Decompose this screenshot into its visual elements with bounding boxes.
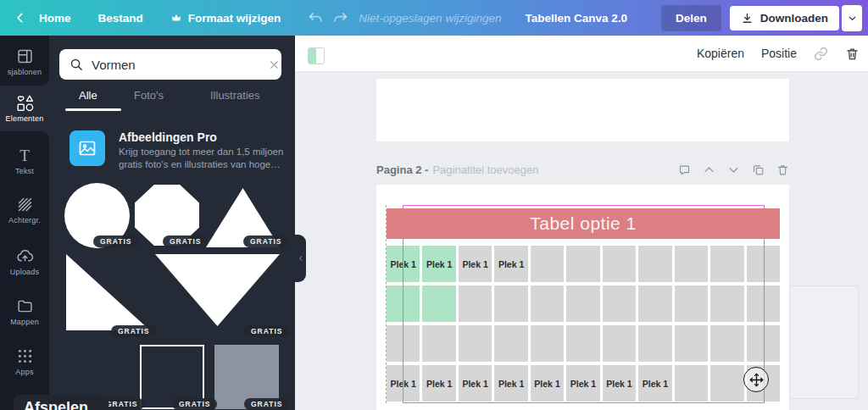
uploads-icon (16, 247, 34, 265)
table-cell[interactable] (638, 285, 671, 322)
table-cell[interactable]: Plek 1 (494, 365, 527, 402)
position-button[interactable]: Positie (761, 47, 797, 60)
table-cell[interactable]: Plek 1 (422, 365, 455, 402)
table-cell[interactable] (603, 325, 636, 362)
table-cell[interactable] (422, 325, 455, 362)
table-cell[interactable] (710, 285, 743, 322)
table-cell[interactable] (710, 246, 743, 282)
gratis-badge: GRATIS (244, 325, 289, 337)
table-cell[interactable]: Plek 1 (566, 365, 599, 402)
table-cell[interactable]: Plek 1 (387, 365, 420, 402)
table-cell[interactable] (459, 285, 492, 322)
copy-style-button[interactable]: Kopiëren (697, 47, 744, 60)
table-cell[interactable] (747, 325, 780, 362)
search-input[interactable] (92, 58, 260, 72)
tab-alle[interactable]: Alle (79, 89, 97, 102)
sidebar-item-sjablonen[interactable]: sjablonen (0, 47, 49, 88)
table-cell[interactable] (387, 325, 420, 362)
table-cell[interactable] (710, 325, 743, 362)
move-page-down-icon[interactable] (727, 163, 740, 176)
sidebar-item-tekst[interactable]: T Tekst (0, 147, 49, 187)
table-cell[interactable]: Plek 1 (422, 246, 455, 282)
table-element[interactable]: Tabel optie 1 Plek 1Plek 1Plek 1Plek 1Pl… (387, 208, 780, 402)
search-icon (70, 58, 84, 72)
table-cell[interactable]: Plek 1 (531, 365, 564, 402)
shape-triangle-down[interactable] (155, 254, 280, 326)
table-grid: Plek 1Plek 1Plek 1Plek 1Plek 1Plek 1Plek… (387, 246, 780, 402)
table-cell[interactable]: Plek 1 (459, 365, 492, 402)
move-page-up-icon[interactable] (703, 163, 715, 176)
sidebar-item-uploads[interactable]: Uploads (0, 247, 49, 288)
table-cell[interactable]: Plek 1 (494, 246, 527, 282)
home-button[interactable]: Home (39, 12, 71, 25)
canvas-workspace[interactable]: Pagina 2 - Paginatitel toevoegen Tabel o… (295, 72, 868, 410)
table-cell[interactable]: Plek 1 (387, 246, 420, 282)
table-cell[interactable] (638, 246, 671, 282)
gratis-badge: GRATIS (243, 235, 288, 247)
table-cell[interactable]: Plek 1 (638, 365, 671, 402)
link-icon[interactable] (814, 47, 828, 61)
table-cell[interactable] (638, 325, 671, 362)
templates-icon (16, 47, 34, 65)
table-cell[interactable] (603, 285, 636, 322)
table-cell[interactable] (710, 365, 743, 402)
formaat-wijzigen-button[interactable]: Formaat wijzigen (170, 12, 281, 25)
table-cell[interactable] (531, 285, 564, 322)
bestand-menu[interactable]: Bestand (98, 12, 143, 25)
table-cell[interactable] (531, 246, 564, 282)
delete-icon[interactable] (845, 47, 860, 61)
download-icon (741, 12, 754, 25)
table-cell[interactable] (494, 325, 527, 362)
tab-illustraties[interactable]: Illustraties (210, 89, 260, 102)
table-cell[interactable] (566, 285, 599, 322)
unsaved-status: Niet-opgeslagen wijzigingen (359, 12, 501, 25)
sidebar-item-apps[interactable]: Apps (0, 347, 49, 388)
document-title[interactable]: Tabellen Canva 2.0 (525, 12, 627, 25)
page-2[interactable]: Tabel optie 1 Plek 1Plek 1Plek 1Plek 1Pl… (376, 185, 789, 410)
redo-icon[interactable] (332, 10, 348, 26)
delete-page-icon[interactable] (776, 163, 789, 176)
sidebar-item-mappen[interactable]: Mappen (0, 297, 49, 338)
table-cell[interactable] (531, 325, 564, 362)
table-cell[interactable]: Plek 1 (459, 246, 492, 282)
text-icon: T (19, 147, 30, 164)
sidebar-item-elementen[interactable]: Elementen (0, 94, 49, 135)
table-title-cell[interactable]: Tabel optie 1 (387, 208, 780, 239)
page-title-placeholder[interactable]: Paginatitel toevoegen (432, 163, 538, 176)
table-cell[interactable] (566, 246, 599, 282)
table-cell[interactable] (422, 285, 455, 322)
share-button[interactable]: Delen (661, 5, 721, 31)
table-cell[interactable] (675, 285, 708, 322)
table-cell[interactable]: Plek 1 (603, 365, 636, 402)
crown-icon (170, 12, 182, 24)
panel-tabs: Alle Foto's Illustraties (49, 89, 295, 111)
search-box[interactable] (59, 49, 281, 80)
table-color-swatch[interactable] (308, 47, 325, 64)
table-cell[interactable] (747, 246, 780, 282)
table-edge-guide (386, 205, 387, 403)
panel-collapse-button[interactable] (295, 235, 306, 282)
table-cell[interactable] (603, 246, 636, 282)
page-1[interactable] (376, 79, 789, 141)
table-cell[interactable] (494, 285, 527, 322)
table-cell[interactable] (675, 246, 708, 282)
table-cell[interactable] (675, 365, 708, 402)
table-cell[interactable] (747, 285, 780, 322)
move-handle[interactable] (743, 367, 769, 392)
sidebar-item-achtergrond[interactable]: Achtergr. (0, 196, 49, 236)
undo-icon[interactable] (308, 10, 324, 26)
clear-search-icon[interactable] (268, 58, 281, 71)
download-button[interactable]: Downloaden (730, 6, 839, 30)
table-cell[interactable] (566, 325, 599, 362)
table-cell[interactable] (459, 325, 492, 362)
back-icon[interactable] (14, 11, 27, 25)
table-cell[interactable] (387, 285, 420, 322)
tab-fotos[interactable]: Foto's (134, 89, 164, 102)
duplicate-page-icon[interactable] (752, 163, 765, 176)
download-options-button[interactable] (842, 5, 862, 31)
gratis-badge: GRATIS (163, 235, 208, 247)
shape-right-triangle[interactable] (66, 254, 150, 330)
table-cell[interactable] (675, 325, 708, 362)
comment-icon[interactable] (678, 163, 691, 176)
top-bar: Home Bestand Formaat wijzigen Niet-opges… (0, 0, 868, 36)
